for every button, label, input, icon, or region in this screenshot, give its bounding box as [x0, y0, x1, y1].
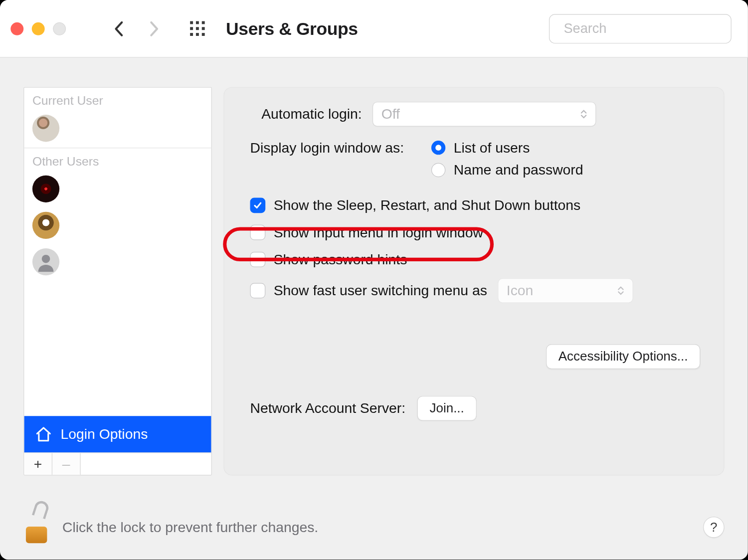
chk-password-hints[interactable]: Show password hints	[250, 251, 700, 268]
avatar	[32, 248, 59, 275]
search-field[interactable]	[549, 14, 732, 43]
network-account-label: Network Account Server:	[250, 400, 405, 416]
add-user-button[interactable]: +	[24, 453, 52, 476]
home-icon	[35, 425, 52, 443]
section-current-user: Current User	[24, 88, 211, 111]
join-button[interactable]: Join...	[417, 396, 477, 421]
svg-rect-6	[190, 32, 193, 35]
login-options-label: Login Options	[61, 426, 148, 442]
fast-user-value: Icon	[507, 282, 534, 299]
radio-label: Name and password	[454, 162, 583, 179]
prefs-window: Users & Groups Current User Other Users	[0, 0, 748, 560]
remove-user-button[interactable]: –	[52, 453, 81, 476]
svg-rect-8	[202, 32, 205, 35]
chk-fast-user-switching[interactable]: Show fast user switching menu as	[250, 282, 487, 299]
accessibility-options-button[interactable]: Accessibility Options...	[546, 344, 700, 369]
other-user-row[interactable]	[24, 172, 211, 208]
svg-rect-4	[196, 27, 199, 30]
show-all-button[interactable]	[186, 17, 209, 40]
login-options-panel: Automatic login: Off Display login windo…	[223, 87, 724, 476]
avatar	[32, 115, 59, 142]
lock-hint-text: Click the lock to prevent further change…	[62, 519, 318, 536]
checkbox-label: Show password hints	[274, 251, 407, 268]
automatic-login-label: Automatic login:	[250, 106, 362, 122]
checkbox-icon	[250, 197, 265, 213]
automatic-login-value: Off	[381, 106, 400, 122]
radio-icon	[431, 141, 445, 155]
section-other-users: Other Users	[24, 148, 211, 172]
other-user-row[interactable]	[24, 245, 211, 281]
lock-shackle-icon	[32, 499, 50, 519]
radio-list-of-users[interactable]: List of users	[431, 140, 583, 156]
lock-button[interactable]	[23, 511, 49, 543]
radio-label: List of users	[454, 140, 530, 156]
checkbox-label: Show Input menu in login window	[274, 224, 483, 241]
avatar	[32, 176, 59, 202]
page-title: Users & Groups	[226, 18, 358, 38]
help-button[interactable]: ?	[703, 517, 724, 538]
search-input[interactable]	[563, 20, 737, 36]
footer: Click the lock to prevent further change…	[23, 511, 724, 543]
stepper-icon	[580, 109, 587, 119]
fast-user-switching-dropdown[interactable]: Icon	[498, 278, 633, 303]
svg-rect-7	[196, 32, 199, 35]
display-login-label: Display login window as:	[250, 140, 420, 156]
toolbar: Users & Groups	[0, 0, 748, 58]
users-sidebar: Current User Other Users	[23, 87, 212, 476]
zoom-button[interactable]	[53, 22, 66, 35]
svg-rect-2	[202, 21, 205, 24]
current-user-row[interactable]	[24, 111, 211, 148]
window-controls	[10, 22, 66, 35]
chevron-left-icon	[114, 20, 124, 37]
automatic-login-dropdown[interactable]: Off	[373, 102, 596, 127]
checkbox-label: Show the Sleep, Restart, and Shut Down b…	[274, 197, 581, 213]
grid-icon	[189, 20, 206, 37]
minimize-button[interactable]	[32, 22, 45, 35]
chk-input-menu[interactable]: Show Input menu in login window	[250, 224, 700, 241]
lock-body-icon	[26, 527, 47, 543]
svg-rect-5	[202, 27, 205, 30]
chevron-right-icon	[149, 20, 160, 37]
svg-rect-0	[190, 21, 193, 24]
svg-rect-3	[190, 27, 193, 30]
other-user-row[interactable]	[24, 208, 211, 245]
add-remove-toolbar: + –	[24, 452, 211, 475]
forward-button[interactable]	[143, 17, 166, 40]
body: Current User Other Users	[0, 58, 748, 560]
checkbox-icon	[250, 283, 265, 299]
checkbox-label: Show fast user switching menu as	[274, 282, 487, 299]
svg-rect-1	[196, 21, 199, 24]
nav-arrows	[107, 17, 166, 40]
checkbox-icon	[250, 252, 265, 267]
radio-icon	[431, 163, 445, 177]
login-options-row[interactable]: Login Options	[24, 416, 211, 452]
svg-point-11	[42, 255, 50, 263]
chk-sleep-restart[interactable]: Show the Sleep, Restart, and Shut Down b…	[250, 197, 700, 213]
checkbox-icon	[250, 225, 265, 240]
stepper-icon	[617, 286, 624, 295]
back-button[interactable]	[107, 17, 131, 40]
close-button[interactable]	[10, 22, 23, 35]
avatar	[32, 212, 59, 239]
person-icon	[36, 252, 56, 272]
radio-name-password[interactable]: Name and password	[431, 162, 583, 179]
